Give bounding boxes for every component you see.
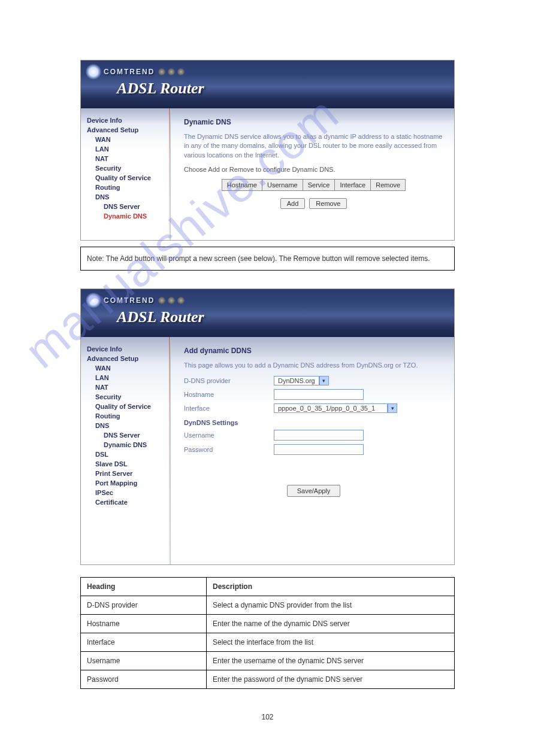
nav-dns-server[interactable]: DNS Server [104,203,167,210]
dropdown-arrow-icon[interactable]: ▾ [388,403,397,413]
nav-dsl[interactable]: DSL [95,451,167,458]
page-heading: Dynamic DNS [184,118,443,126]
brand-text: COMTREND [104,68,155,76]
dyndns-settings-heading: DynDNS Settings [184,419,443,426]
header-banner: COMTREND ADSL Router [81,60,454,108]
field-description-table: Heading Description D-DNS provider Selec… [80,577,455,689]
interface-label: Interface [184,405,274,412]
note-box: Note: The Add button will prompt a new s… [80,247,455,271]
brand-text: COMTREND [104,296,155,305]
product-title: ADSL Router [117,80,204,98]
remove-button[interactable]: Remove [309,198,347,209]
nav-routing[interactable]: Routing [95,412,167,420]
nav-lan[interactable]: LAN [95,145,167,153]
table-header-description: Description [207,578,455,596]
interface-select[interactable]: pppoe_0_0_35_1/ppp_0_0_35_1 [274,403,388,413]
router-panel-add-ddns: COMTREND ADSL Router Device Info Advance… [80,289,455,565]
logo-icon [86,293,101,308]
nav-security[interactable]: Security [95,393,167,400]
table-header-heading: Heading [81,578,207,596]
nav-security[interactable]: Security [95,165,167,172]
nav-qos[interactable]: Quality of Service [95,403,167,410]
cell-val: Enter the password of the dynamic DNS se… [207,670,455,689]
nav-nat[interactable]: NAT [95,155,167,162]
cell-key: Interface [81,633,207,652]
nav-port-mapping[interactable]: Port Mapping [95,479,167,487]
add-button[interactable]: Add [280,198,306,209]
content-area: Add dynamic DDNS This page allows you to… [171,337,454,564]
nav-advanced-setup[interactable]: Advanced Setup [87,355,167,362]
nav-dns[interactable]: DNS [95,193,167,201]
cell-val: Enter the username of the dynamic DNS se… [207,652,455,670]
cell-key: Username [81,652,207,670]
hostname-input[interactable] [274,389,364,400]
nav-device-info[interactable]: Device Info [87,117,167,124]
password-label: Password [184,446,274,453]
sidebar-nav: Device Info Advanced Setup WAN LAN NAT S… [81,337,171,564]
cell-key: Hostname [81,615,207,633]
content-area: Dynamic DNS The Dynamic DNS service allo… [171,108,454,240]
page-description: The Dynamic DNS service allows you to al… [184,132,443,160]
logo-icon [86,64,101,80]
table-row: Password Enter the password of the dynam… [81,670,455,689]
router-panel-dynamic-dns: COMTREND ADSL Router Device Info Advance… [80,60,455,241]
username-label: Username [184,432,274,439]
table-row: Hostname Enter the name of the dynamic D… [81,615,455,633]
provider-select[interactable]: DynDNS.org [274,376,319,385]
table-row: Username Enter the username of the dynam… [81,652,455,670]
provider-label: D-DNS provider [184,377,274,384]
nav-slave-dsl[interactable]: Slave DSL [95,460,167,467]
nav-advanced-setup[interactable]: Advanced Setup [87,126,167,133]
table-row: D-DNS provider Select a dynamic DNS prov… [81,596,455,615]
cell-val: Select a dynamic DNS provider from the l… [207,596,455,615]
col-remove: Remove [371,180,406,191]
nav-certificate[interactable]: Certificate [95,499,167,506]
username-input[interactable] [274,430,364,441]
nav-ipsec[interactable]: IPSec [95,489,167,496]
nav-dynamic-dns[interactable]: Dynamic DNS [104,212,167,220]
nav-dynamic-dns[interactable]: Dynamic DNS [104,441,167,448]
page-heading: Add dynamic DDNS [184,347,443,355]
col-interface: Interface [335,180,371,191]
dropdown-arrow-icon[interactable]: ▾ [319,376,329,385]
nav-print-server[interactable]: Print Server [95,470,167,477]
nav-device-info[interactable]: Device Info [87,345,167,353]
decorative-dots [158,68,185,75]
col-hostname: Hostname [222,180,262,191]
nav-nat[interactable]: NAT [95,384,167,391]
nav-wan[interactable]: WAN [95,136,167,143]
product-title: ADSL Router [117,308,204,326]
save-apply-button[interactable]: Save/Apply [287,485,341,497]
nav-wan[interactable]: WAN [95,365,167,372]
nav-dns-server[interactable]: DNS Server [104,432,167,439]
page-description: This page allows you to add a Dynamic DN… [184,361,443,370]
cell-key: D-DNS provider [81,596,207,615]
cell-val: Select the interface from the list [207,633,455,652]
ddns-table: Hostname Username Service Interface Remo… [222,179,406,191]
sidebar-nav: Device Info Advanced Setup WAN LAN NAT S… [81,108,171,240]
col-username: Username [262,180,303,191]
page-instruction: Choose Add or Remove to configure Dynami… [184,166,443,173]
header-banner: COMTREND ADSL Router [81,289,454,337]
table-row: Interface Select the interface from the … [81,633,455,652]
cell-val: Enter the name of the dynamic DNS server [207,615,455,633]
nav-dns[interactable]: DNS [95,422,167,429]
col-service: Service [303,180,335,191]
hostname-label: Hostname [184,391,274,398]
nav-qos[interactable]: Quality of Service [95,174,167,181]
nav-routing[interactable]: Routing [95,184,167,191]
nav-lan[interactable]: LAN [95,374,167,381]
cell-key: Password [81,670,207,689]
password-input[interactable] [274,444,364,455]
decorative-dots [158,297,185,304]
page-number: 102 [40,713,495,721]
